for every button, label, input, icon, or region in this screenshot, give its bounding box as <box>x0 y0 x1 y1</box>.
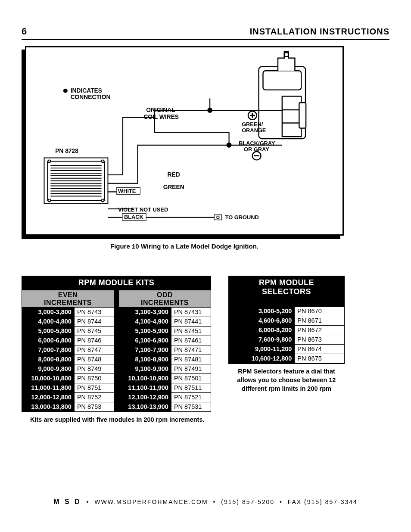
range-cell: 13,000-13,800 <box>22 402 75 411</box>
range-cell: 12,000-12,800 <box>22 393 75 402</box>
pn-cell: PN 87501 <box>171 374 211 383</box>
range-cell: 6,000-6,800 <box>22 336 75 345</box>
table-row: 7,600-9,800PN 8673 <box>229 335 344 345</box>
page-footer: M S D • WWW.MSDPERFORMANCE.COM • (915) 8… <box>22 498 389 506</box>
range-cell: 5,000-5,800 <box>22 327 75 336</box>
page-title: INSTALLATION INSTRUCTIONS <box>250 27 389 37</box>
kits-note: Kits are supplied with five modules in 2… <box>30 416 211 423</box>
range-cell: 7,600-9,800 <box>229 335 295 344</box>
pn-cell: PN 87531 <box>171 402 211 411</box>
range-cell: 3,000-3,800 <box>22 308 75 317</box>
svg-point-35 <box>63 89 68 93</box>
table-row: 6,100-6,900PN 87461 <box>118 336 211 345</box>
range-cell: 7,100-7,900 <box>119 345 171 355</box>
pn-cell: PN 8749 <box>75 364 114 373</box>
svg-point-28 <box>102 160 104 162</box>
label-to-ground: TO GROUND <box>225 214 259 221</box>
label-black-gray-2: OR GRAY <box>244 146 269 152</box>
pn-cell: PN 8675 <box>295 354 344 363</box>
pn-cell: PN 87451 <box>171 327 211 336</box>
label-green: GREEN <box>163 184 184 190</box>
pn-cell: PN 87431 <box>171 308 211 317</box>
pn-cell: PN 8752 <box>75 393 114 402</box>
range-cell: 3,100-3,900 <box>119 308 171 317</box>
range-cell: 11,000-11,800 <box>22 383 75 392</box>
svg-rect-1 <box>263 71 301 90</box>
kits-title: RPM MODULE KITS <box>22 276 211 290</box>
pn-cell: PN 87441 <box>171 317 211 326</box>
table-row: 4,000-4,800PN 8744 <box>22 317 114 327</box>
even-increments-header: EVENINCREMENTS <box>22 290 114 308</box>
footer-fax: FAX (915) 857-3344 <box>288 498 358 505</box>
table-row: 6,000-6,800PN 8746 <box>22 336 114 345</box>
range-cell: 9,100-9,900 <box>119 364 171 373</box>
range-cell: 8,000-8,800 <box>22 355 75 364</box>
range-cell: 11,100-11,900 <box>119 383 171 392</box>
table-row: 12,000-12,800PN 8752 <box>22 393 114 402</box>
footer-site: WWW.MSDPERFORMANCE.COM <box>94 498 208 505</box>
table-row: 7,000-7,800PN 8747 <box>22 345 114 355</box>
label-green-orange-2: ORANGE <box>242 127 266 134</box>
pn-cell: PN 8673 <box>295 335 344 344</box>
pn-cell: PN 8672 <box>295 326 344 335</box>
pn-cell: PN 8746 <box>75 336 114 345</box>
table-row: 10,600-12,800PN 8675 <box>229 354 344 364</box>
label-indicates: INDICATES <box>71 87 102 94</box>
svg-rect-6 <box>299 103 306 128</box>
table-row: 8,000-8,800PN 8748 <box>22 355 114 364</box>
page-header: 6 INSTALLATION INSTRUCTIONS <box>22 26 389 40</box>
label-original-2: COIL WIRES <box>143 114 179 120</box>
pn-cell: PN 8744 <box>75 317 114 326</box>
range-cell: 10,100-10,900 <box>119 374 171 383</box>
pn-cell: PN 87491 <box>171 364 211 373</box>
pn-cell: PN 87521 <box>171 393 211 402</box>
table-row: 4,600-6,800PN 8671 <box>229 316 344 326</box>
label-red: RED <box>168 171 180 178</box>
pn-cell: PN 8743 <box>75 308 114 317</box>
table-row: 3,000-5,200PN 8670 <box>229 307 344 316</box>
table-row: 12,100-12,900PN 87521 <box>118 393 211 402</box>
label-violet: VIOLET NOT USED <box>118 206 168 213</box>
range-cell: 13,100-13,900 <box>119 402 171 411</box>
pn-cell: PN 8747 <box>75 345 114 355</box>
range-cell: 8,100-8,900 <box>119 355 171 364</box>
wiring-diagram-svg: INDICATES CONNECTION ORIGINAL COIL WIRES… <box>26 47 342 234</box>
label-white: WHITE <box>118 188 136 194</box>
label-original-1: ORIGINAL <box>146 107 175 113</box>
range-cell: 9,000-11,200 <box>229 345 295 354</box>
label-connection: CONNECTION <box>71 94 111 100</box>
table-row: 9,100-9,900PN 87491 <box>118 364 211 374</box>
svg-point-34 <box>217 216 219 219</box>
pn-cell: PN 87461 <box>171 336 211 345</box>
pn-cell: PN 8745 <box>75 327 114 336</box>
table-row: 11,000-11,800PN 8751 <box>22 383 114 393</box>
footer-phone: (915) 857-5200 <box>221 498 274 505</box>
table-row: 10,000-10,800PN 8750 <box>22 374 114 383</box>
table-row: 8,100-8,900PN 87481 <box>118 355 211 364</box>
pn-cell: PN 87511 <box>171 383 211 392</box>
pn-cell: PN 8750 <box>75 374 114 383</box>
selectors-note: RPM Selectors feature a dial that allows… <box>228 367 345 393</box>
footer-brand: M S D <box>53 498 81 505</box>
table-row: 11,100-11,900PN 87511 <box>118 383 211 393</box>
table-row: 4,100-4,900PN 87441 <box>118 317 211 327</box>
selectors-title: RPM MODULESELECTORS <box>228 276 345 298</box>
pn-cell: PN 87481 <box>171 355 211 364</box>
svg-point-2 <box>284 53 289 57</box>
pn-cell: PN 8674 <box>295 345 344 354</box>
table-row: 13,000-13,800PN 8753 <box>22 402 114 412</box>
table-row: 3,000-3,800PN 8743 <box>22 308 114 317</box>
range-cell: 10,000-10,800 <box>22 374 75 383</box>
label-green-orange-1: GREEN/ <box>242 121 263 128</box>
svg-rect-3 <box>282 96 301 137</box>
range-cell: 9,000-9,800 <box>22 364 75 373</box>
figure-caption: Figure 10 Wiring to a Late Model Dodge I… <box>25 243 344 250</box>
rpm-module-selectors-table: RPM MODULESELECTORS 3,000-5,200PN 86704,… <box>228 276 345 393</box>
label-black: BLACK <box>124 214 144 220</box>
page-number: 6 <box>22 26 27 37</box>
table-row: 3,100-3,900PN 87431 <box>118 308 211 317</box>
pn-cell: PN 8753 <box>75 402 114 411</box>
wiring-diagram: INDICATES CONNECTION ORIGINAL COIL WIRES… <box>25 46 389 236</box>
pn-cell: PN 8670 <box>295 307 344 316</box>
table-row: 9,000-11,200PN 8674 <box>229 345 344 354</box>
